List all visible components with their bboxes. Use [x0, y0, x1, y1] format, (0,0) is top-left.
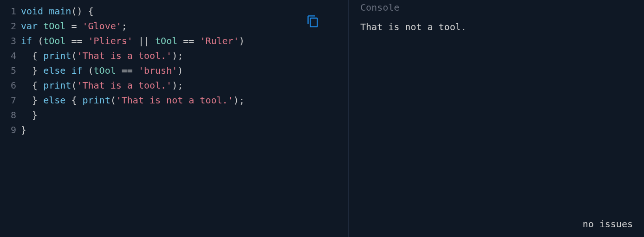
code-line[interactable]: } [21, 122, 348, 137]
code-line[interactable]: { print('That is a tool.'); [21, 48, 348, 63]
line-number: 4 [0, 48, 16, 63]
code-line[interactable]: if (tOol == 'Pliers' || tOol == 'Ruler') [21, 33, 348, 48]
line-number: 5 [0, 63, 16, 78]
code-line[interactable]: } else if (tOol == 'brush') [21, 63, 348, 78]
code-line[interactable]: } else { print('That is not a tool.'); [21, 93, 348, 108]
console-pane: Console That is not a tool. no issues [349, 0, 644, 237]
line-number: 9 [0, 122, 16, 137]
code-area[interactable]: 123456789 void main() {var tOol = 'Glove… [0, 4, 348, 137]
editor-pane: 123456789 void main() {var tOol = 'Glove… [0, 0, 348, 237]
code-line[interactable]: var tOol = 'Glove'; [21, 19, 348, 33]
console-output: That is not a tool. [360, 21, 644, 32]
line-number: 7 [0, 93, 16, 108]
line-number-gutter: 123456789 [0, 4, 21, 137]
line-number: 2 [0, 19, 16, 33]
line-number: 6 [0, 78, 16, 93]
code-content[interactable]: void main() {var tOol = 'Glove';if (tOol… [21, 4, 348, 137]
copy-icon[interactable] [306, 15, 319, 28]
console-title: Console [360, 2, 644, 13]
code-line[interactable]: } [21, 108, 348, 122]
line-number: 3 [0, 33, 16, 48]
code-line[interactable]: { print('That is a tool.'); [21, 78, 348, 93]
line-number: 1 [0, 4, 16, 19]
issues-status: no issues [583, 218, 633, 230]
code-line[interactable]: void main() { [21, 4, 348, 19]
line-number: 8 [0, 108, 16, 122]
